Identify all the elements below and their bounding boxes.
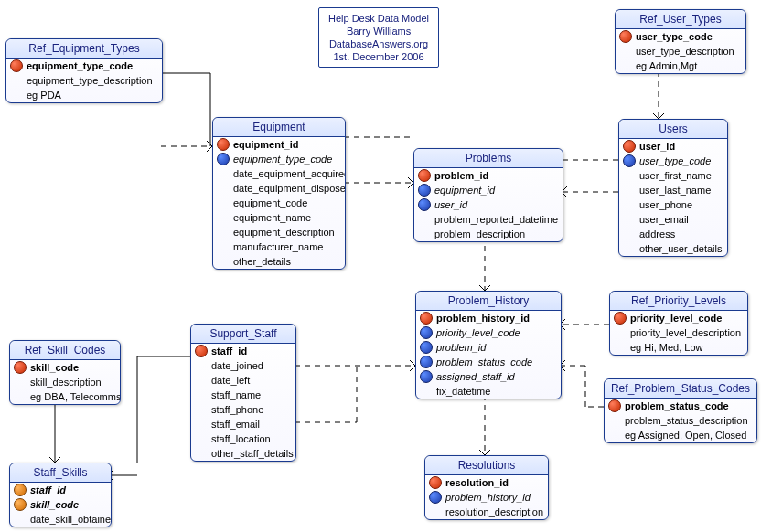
entity-body: problem_idequipment_iduser_idproblem_rep… xyxy=(414,168,563,241)
attribute-name: user_first_name xyxy=(639,170,712,181)
attribute-name: eg Hi, Med, Low xyxy=(630,342,702,353)
attribute-name: problem_status_description xyxy=(625,415,748,426)
entity-attribute: manufacturer_name xyxy=(213,239,345,254)
primary-key-icon xyxy=(429,476,442,489)
entity-problems[interactable]: Problems problem_idequipment_iduser_idpr… xyxy=(413,148,563,242)
entity-attribute: equipment_id xyxy=(213,137,345,152)
entity-attribute: problem_history_id xyxy=(425,490,548,505)
attribute-name: equipment_type_code xyxy=(27,60,133,71)
attribute-name: fix_datetime xyxy=(436,386,490,397)
entity-attribute: date_joined xyxy=(191,358,295,373)
entity-attribute: eg DBA, Telecomms xyxy=(10,389,120,404)
info-line: DatabaseAnswers.org xyxy=(328,37,429,50)
entity-staff-skills[interactable]: Staff_Skills staff_idskill_codedate_skil… xyxy=(9,463,112,527)
attribute-name: problem_reported_datetime xyxy=(434,214,558,225)
diagram-title-box: Help Desk Data Model Barry Williams Data… xyxy=(318,7,439,68)
attribute-name: staff_name xyxy=(211,389,261,400)
entity-attribute: assigned_staff_id xyxy=(416,369,561,384)
entity-attribute: equipment_type_description xyxy=(6,73,162,88)
foreign-key-icon xyxy=(420,356,433,368)
attribute-name: eg Assigned, Open, Closed xyxy=(625,430,746,441)
entity-attribute: user_first_name xyxy=(619,168,727,183)
entity-body: staff_iddate_joineddate_leftstaff_namest… xyxy=(191,344,295,461)
entity-equipment[interactable]: Equipment equipment_idequipment_type_cod… xyxy=(212,117,346,270)
entity-title: Users xyxy=(619,120,727,139)
entity-support-staff[interactable]: Support_Staff staff_iddate_joineddate_le… xyxy=(190,324,296,462)
entity-attribute: eg Assigned, Open, Closed xyxy=(605,428,756,442)
attribute-name: priority_level_code xyxy=(436,327,520,338)
entity-title: Ref_Priority_Levels xyxy=(610,292,747,311)
entity-ref-skill-codes[interactable]: Ref_Skill_Codes skill_codeskill_descript… xyxy=(9,340,121,405)
attribute-name: problem_description xyxy=(434,229,525,239)
attribute-name: problem_id xyxy=(434,170,488,181)
attribute-name: user_type_description xyxy=(636,46,734,57)
primary-key-icon xyxy=(14,361,27,374)
entity-body: problem_history_idpriority_level_codepro… xyxy=(416,311,561,399)
attribute-name: user_last_name xyxy=(639,185,711,196)
attribute-name: date_skill_obtained xyxy=(30,514,112,525)
entity-attribute: equipment_id xyxy=(414,183,563,197)
attribute-name: equipment_type_code xyxy=(233,154,332,165)
attribute-name: problem_id xyxy=(436,342,486,353)
entity-ref-priority-levels[interactable]: Ref_Priority_Levels priority_level_codep… xyxy=(609,291,748,356)
entity-attribute: staff_name xyxy=(191,388,295,402)
primary-key-icon xyxy=(420,312,433,325)
attribute-name: date_equipment_disposed xyxy=(233,183,346,194)
entity-body: user_iduser_type_codeuser_first_nameuser… xyxy=(619,139,727,256)
primary-key-icon xyxy=(623,140,636,153)
entity-attribute: equipment_code xyxy=(213,196,345,210)
entity-attribute: staff_location xyxy=(191,431,295,446)
attribute-name: staff_location xyxy=(211,433,271,444)
attribute-name: other_staff_details xyxy=(211,448,294,459)
entity-attribute: staff_email xyxy=(191,417,295,431)
attribute-name: equipment_code xyxy=(233,197,307,208)
entity-attribute: user_type_description xyxy=(616,44,745,59)
attribute-name: user_type_code xyxy=(636,31,713,42)
entity-attribute: problem_id xyxy=(414,168,563,183)
entity-attribute: skill_code xyxy=(10,497,111,512)
entity-ref-problem-status-codes[interactable]: Ref_Problem_Status_Codes problem_status_… xyxy=(604,378,757,443)
entity-attribute: resolution_description xyxy=(425,505,548,519)
entity-users[interactable]: Users user_iduser_type_codeuser_first_na… xyxy=(618,119,728,257)
entity-title: Ref_User_Types xyxy=(616,10,745,29)
attribute-name: priority_level_code xyxy=(630,313,722,324)
foreign-key-icon xyxy=(623,154,636,167)
entity-attribute: problem_description xyxy=(414,227,563,241)
entity-title: Support_Staff xyxy=(191,325,295,344)
info-line: 1st. December 2006 xyxy=(328,50,429,63)
entity-title: Resolutions xyxy=(425,456,548,475)
foreign-key-icon xyxy=(420,370,433,383)
entity-body: equipment_type_codeequipment_type_descri… xyxy=(6,59,162,102)
entity-body: priority_level_codepriority_level_descri… xyxy=(610,311,747,355)
entity-attribute: user_type_code xyxy=(619,154,727,168)
entity-attribute: user_phone xyxy=(619,197,727,212)
primary-key-icon xyxy=(418,169,431,182)
attribute-name: date_equipment_acquired xyxy=(233,168,346,179)
entity-attribute: priority_level_code xyxy=(610,311,747,325)
attribute-name: other_user_details xyxy=(639,243,723,254)
entity-resolutions[interactable]: Resolutions resolution_idproblem_history… xyxy=(424,455,549,520)
entity-attribute: skill_description xyxy=(10,375,120,389)
entity-attribute: equipment_type_code xyxy=(213,152,345,166)
entity-attribute: equipment_name xyxy=(213,210,345,225)
entity-attribute: eg Admin,Mgt xyxy=(616,59,745,73)
foreign-key-icon xyxy=(420,341,433,354)
entity-attribute: fix_datetime xyxy=(416,384,561,399)
attribute-name: equipment_type_description xyxy=(27,75,153,86)
entity-attribute: resolution_id xyxy=(425,475,548,490)
entity-problem-history[interactable]: Problem_History problem_history_idpriori… xyxy=(415,291,562,399)
entity-title: Problems xyxy=(414,149,563,168)
pk-fk-icon xyxy=(14,484,27,496)
attribute-name: equipment_id xyxy=(233,139,299,150)
entity-attribute: skill_code xyxy=(10,360,120,375)
foreign-key-icon xyxy=(418,198,431,211)
entity-ref-equipment-types[interactable]: Ref_Equipment_Types equipment_type_codee… xyxy=(5,38,163,103)
entity-attribute: date_equipment_acquired xyxy=(213,166,345,181)
attribute-name: eg PDA xyxy=(27,90,61,101)
entity-ref-user-types[interactable]: Ref_User_Types user_type_codeuser_type_d… xyxy=(615,9,746,74)
foreign-key-icon xyxy=(217,153,230,165)
entity-attribute: staff_id xyxy=(191,344,295,358)
attribute-name: equipment_name xyxy=(233,212,311,223)
attribute-name: user_type_code xyxy=(639,155,711,166)
entity-attribute: problem_id xyxy=(416,340,561,355)
